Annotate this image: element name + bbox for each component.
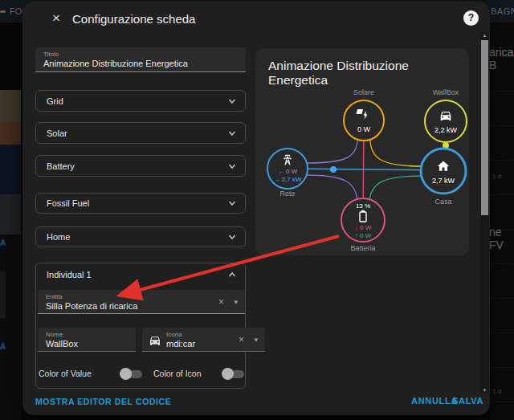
- energy-flow-diagram: Solare 0 W WallBox 2,2 kW ← 0 W → 2,7 kW…: [255, 48, 469, 255]
- color-of-icon-label: Color of Icon: [153, 369, 202, 378]
- solar-node-label: Solare: [353, 88, 374, 96]
- section-grid[interactable]: Grid: [35, 90, 246, 112]
- icon-field-value: mdi:car: [166, 338, 259, 350]
- energy-preview-card: Animazione Distribuzione Energetica Sola…: [255, 48, 469, 255]
- color-of-value-label: Color of Value: [39, 369, 92, 378]
- card-config-dialog: × Configurazione scheda ? Titolo Animazi…: [22, 2, 490, 415]
- show-code-editor-button[interactable]: MOSTRA EDITOR DEL CODICE: [35, 397, 171, 406]
- clear-icon[interactable]: ×: [239, 335, 244, 345]
- wallbox-node-circle[interactable]: [425, 100, 467, 142]
- flow-solar-grid: [307, 139, 357, 163]
- flow-battery-home: [369, 176, 422, 204]
- flow-grid-battery: [307, 175, 357, 204]
- scrollbar-thumb[interactable]: [481, 40, 488, 215]
- section-grid-label: Grid: [47, 96, 63, 106]
- toggle-thumb: [222, 368, 234, 380]
- solar-node-circle[interactable]: [344, 100, 384, 141]
- section-battery-label: Battery: [47, 161, 75, 171]
- home-node-value: 2,7 kW: [432, 177, 455, 185]
- scroll-up-icon[interactable]: ▲: [480, 33, 489, 38]
- clear-icon[interactable]: ×: [218, 297, 224, 307]
- section-individual-1-label: Individual 1: [47, 270, 92, 279]
- battery-node-label: Batteria: [350, 244, 375, 252]
- title-field-label: Titolo: [43, 51, 239, 58]
- entity-field-label: Entità: [46, 293, 239, 300]
- title-field-value: Animazione Distribuzione Energetica: [43, 58, 239, 70]
- scroll-down-icon[interactable]: ▼: [480, 388, 489, 393]
- grid-export-value: ← 0 W: [278, 168, 298, 175]
- section-individual-1-header[interactable]: Individual 1: [36, 263, 245, 286]
- section-individual-1: Individual 1 Entità Silla Potenza di ric…: [35, 263, 246, 389]
- dropdown-caret-icon[interactable]: ▾: [254, 336, 258, 344]
- color-of-value-toggle[interactable]: [121, 370, 142, 378]
- wallbox-node-value: 2,2 kW: [434, 126, 458, 134]
- home-node-label: Casa: [434, 198, 451, 206]
- dialog-title: Configurazione scheda: [72, 12, 195, 26]
- wallbox-node-label: WallBox: [433, 88, 459, 96]
- title-field[interactable]: Titolo Animazione Distribuzione Energeti…: [35, 47, 246, 72]
- chevron-down-icon: [227, 232, 237, 242]
- entity-field[interactable]: Entità Silla Potenza di ricarica × ▾: [38, 290, 245, 314]
- chevron-up-icon: [227, 270, 237, 279]
- cancel-button[interactable]: ANNULLA: [411, 396, 458, 406]
- chevron-down-icon: [227, 198, 237, 208]
- name-field-value: WallBox: [46, 338, 129, 350]
- help-icon[interactable]: ?: [463, 10, 479, 26]
- battery-discharge-value: ↑ 0 W: [355, 232, 372, 239]
- dropdown-caret-icon[interactable]: ▾: [234, 298, 238, 306]
- chevron-down-icon: [227, 128, 237, 138]
- name-field-label: Nome: [46, 331, 129, 338]
- close-icon[interactable]: ×: [48, 10, 64, 27]
- name-field[interactable]: Nome WallBox: [38, 328, 136, 352]
- color-of-icon-toggle[interactable]: [223, 370, 244, 378]
- grid-import-value: → 2,7 kW: [273, 176, 302, 183]
- icon-field[interactable]: Icona mdi:car × ▾: [142, 328, 265, 352]
- section-fossil-fuel[interactable]: Fossil Fuel: [35, 193, 246, 214]
- grid-node-label: Rete: [279, 190, 295, 198]
- section-home-label: Home: [47, 232, 70, 242]
- icon-field-label: Icona: [166, 331, 259, 338]
- toggle-thumb: [120, 368, 132, 380]
- flow-dot-grid: [330, 166, 337, 173]
- flow-solar-home: [370, 139, 422, 166]
- chevron-down-icon: [227, 96, 237, 106]
- section-battery[interactable]: Battery: [35, 155, 246, 177]
- car-icon: [149, 334, 161, 347]
- section-fossil-fuel-label: Fossil Fuel: [47, 198, 89, 208]
- home-node-circle[interactable]: [421, 149, 466, 194]
- section-solar-label: Solar: [47, 128, 67, 138]
- chevron-down-icon: [227, 161, 237, 171]
- battery-soc-value: 13 %: [356, 202, 370, 210]
- entity-field-value: Silla Potenza di ricarica: [46, 300, 239, 312]
- dialog-scrollbar[interactable]: ▲ ▼: [480, 32, 489, 393]
- battery-charge-value: ↓ 0 W: [355, 224, 372, 231]
- section-home[interactable]: Home: [35, 226, 246, 247]
- section-solar[interactable]: Solar: [35, 122, 246, 144]
- save-button[interactable]: SALVA: [452, 396, 483, 406]
- solar-node-value: 0 W: [357, 125, 371, 133]
